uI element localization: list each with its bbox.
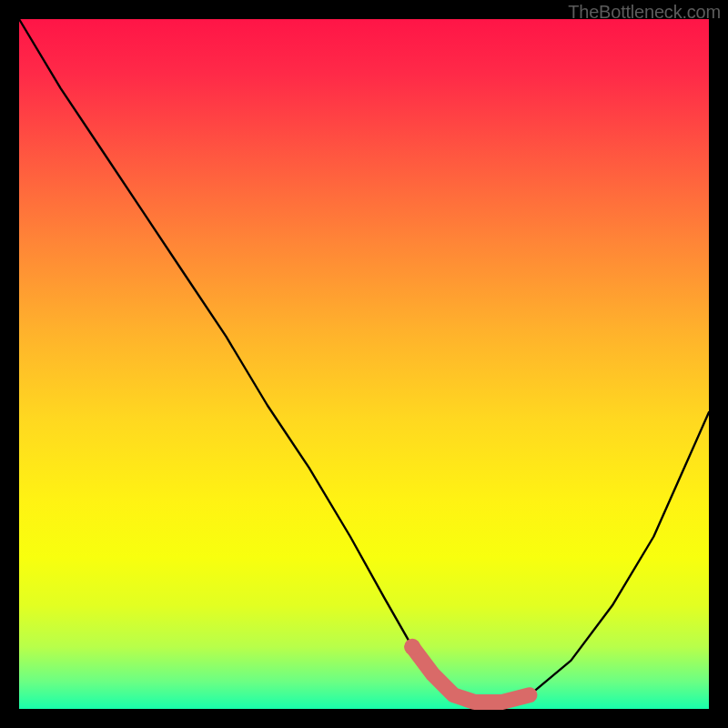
watermark-text: TheBottleneck.com — [568, 2, 721, 23]
chart-frame: TheBottleneck.com — [0, 0, 728, 728]
chart-svg — [19, 19, 709, 709]
highlight-dot — [404, 639, 420, 655]
highlight-segment — [412, 647, 530, 703]
bottleneck-curve — [19, 19, 709, 702]
plot-area — [19, 19, 709, 709]
